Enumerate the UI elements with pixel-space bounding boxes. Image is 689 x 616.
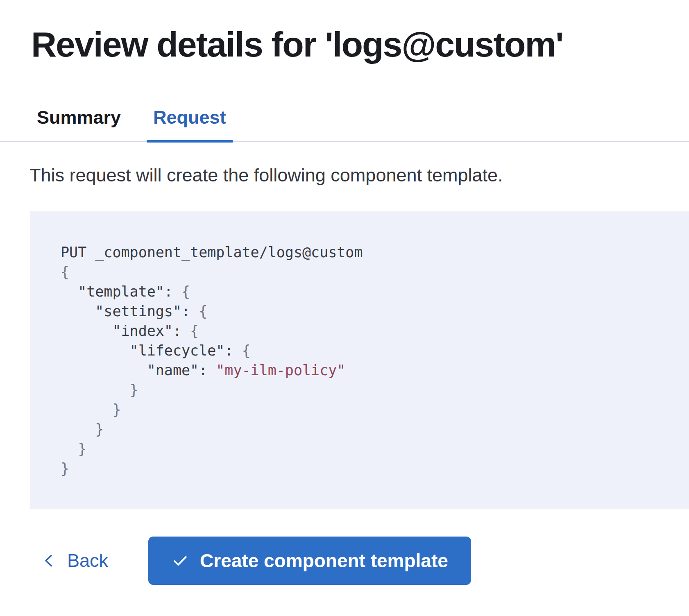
page-title: Review details for 'logs@custom' xyxy=(0,0,689,66)
footer-actions: Back Create component template xyxy=(41,537,689,585)
create-button-label: Create component template xyxy=(200,550,448,572)
code-line: PUT _component_template/logs@custom xyxy=(61,242,673,262)
code-line: } xyxy=(61,380,673,400)
code-content: PUT _component_template/logs@custom{ "te… xyxy=(61,242,673,478)
create-component-template-button[interactable]: Create component template xyxy=(148,537,471,585)
code-line: "lifecycle": { xyxy=(61,341,673,360)
check-icon xyxy=(171,552,189,570)
request-code-block: PUT _component_template/logs@custom{ "te… xyxy=(30,211,689,509)
back-button-label: Back xyxy=(67,550,108,571)
code-line: { xyxy=(61,262,673,282)
request-description: This request will create the following c… xyxy=(29,163,689,187)
tab-request[interactable]: Request xyxy=(147,106,233,141)
tab-bar: Summary Request xyxy=(0,106,689,142)
back-button[interactable]: Back xyxy=(41,550,108,571)
code-line: } xyxy=(61,400,673,419)
code-line: } xyxy=(61,439,673,459)
code-line: "settings": { xyxy=(61,301,673,321)
code-line: } xyxy=(61,419,673,439)
code-line: "name": "my-ilm-policy" xyxy=(61,360,673,380)
tab-request-label: Request xyxy=(153,107,226,128)
code-line: "index": { xyxy=(61,321,673,341)
code-line: "template": { xyxy=(61,282,673,301)
tab-summary[interactable]: Summary xyxy=(30,106,127,141)
code-line: } xyxy=(61,459,673,478)
tab-summary-label: Summary xyxy=(37,107,121,128)
review-details-panel: Review details for 'logs@custom' Summary… xyxy=(0,0,689,616)
chevron-left-icon xyxy=(41,553,57,569)
